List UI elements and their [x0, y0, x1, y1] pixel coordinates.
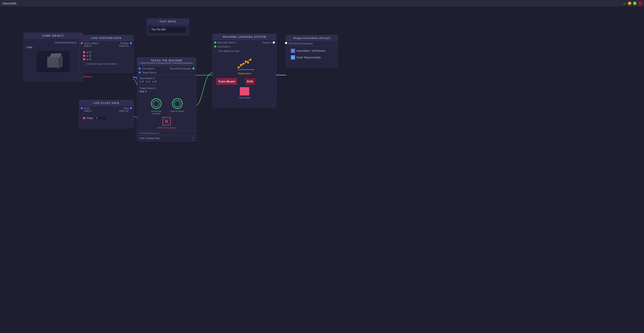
livepos-z-value: z: 0 — [87, 58, 91, 61]
livefloat-in-label: FloatData In — [84, 107, 92, 112]
cube-front-face — [47, 57, 58, 68]
livepos-help[interactable]: ? — [80, 67, 133, 72]
teach-input-xyz: x: 0 y: 0 z: 0 — [140, 80, 194, 83]
teach-z: z: 0 — [152, 80, 156, 83]
livefloat-input[interactable] — [95, 116, 106, 120]
livepos-checkbox-label: Use local space for transform — [86, 62, 117, 65]
livefloat-float-row: Float: — [82, 115, 131, 121]
node-teach: TEACH THE MACHINE Classification & Regre… — [137, 58, 196, 141]
regression-help[interactable]: ? — [286, 62, 338, 67]
ml-livedata-port[interactable] — [214, 45, 216, 48]
livepos-out-labels: PositionData Out — [119, 42, 131, 47]
minimize-icon[interactable] — [623, 4, 626, 4]
cube-side-face — [58, 56, 62, 69]
regression-chart-icon — [235, 56, 254, 72]
start-recording-wrap[interactable]: start recording — [170, 98, 184, 115]
gameobject-body: GameObjectDataOut Cube — [24, 39, 82, 76]
ml-help[interactable]: ? — [213, 102, 276, 107]
livepos-checkbox-row: Use local space for transform — [82, 62, 131, 65]
teach-main-header: TEACH THE MACHINE — [140, 59, 194, 62]
teach-y: y: 0 — [146, 80, 150, 83]
livefloat-header: LIVE FLOAT DATA — [80, 100, 133, 106]
record-one-wrap[interactable]: record one example — [149, 98, 163, 115]
teach-out-port[interactable] — [192, 67, 195, 70]
livepos-out-port[interactable] — [130, 42, 132, 44]
teach-livein-label: Live Data In — [142, 67, 154, 70]
regression-label: Regression — [238, 72, 251, 75]
ml-run-checkbox[interactable] — [215, 50, 218, 52]
livefloat-out-label: FloatData Out — [119, 107, 128, 112]
livefloat-out-port[interactable] — [130, 107, 132, 109]
delete-all-button[interactable] — [162, 117, 171, 126]
ml-chart-area: Regression — [213, 53, 276, 77]
regression-header: ReggressionData (Script) — [286, 35, 338, 41]
node-textnote: TEXT NOTE The Re Min — [146, 18, 189, 36]
ml-in-labels: Recorded Data In Live Data In — [215, 41, 236, 48]
teach-livein-port[interactable] — [138, 67, 141, 70]
fullscreen-icon[interactable] — [633, 2, 636, 5]
run-button[interactable]: RUN — [245, 78, 255, 85]
gameobj-output-label: GameObjectDataOut — [54, 41, 76, 44]
livepos-x-value: x: 0 — [87, 51, 91, 54]
livefloat-body: Float: — [80, 113, 133, 123]
ml-out-port[interactable] — [273, 41, 275, 44]
livepos-out-label: PositionData Out — [119, 42, 128, 47]
regression-gameobject-row: G GameObject : SetTheremin — [288, 48, 335, 54]
view-training-help[interactable]: ? — [192, 137, 194, 140]
titlebar: InteractML — [0, 0, 644, 6]
ml-ports: Recorded Data In Live Data In Output 0 — [213, 40, 276, 49]
record-one-label: record one example — [149, 110, 163, 115]
gameobject-header: GAME OBJECT — [24, 33, 82, 39]
svg-line-8 — [238, 58, 252, 68]
teach-target-section: Target Values 0 float: 0 — [137, 85, 196, 95]
regression-gameobj-label: GameObject : SetTheremin — [296, 50, 325, 52]
textnote-header: TEXT NOTE — [147, 19, 189, 24]
livefloat-in-labels: FloatData In — [82, 107, 92, 112]
livepos-body: x: 0 y: 0 z: 0 Use local space for trans… — [80, 48, 133, 67]
teach-target-float: float: 0 — [140, 90, 194, 93]
teach-subheader: Classification & Regression Training Exa… — [140, 62, 194, 64]
livepos-in-label: Game ObjectData In — [84, 42, 98, 47]
teach-out-label: Recorded Examples — [170, 67, 191, 70]
reset-model-button[interactable] — [240, 87, 249, 96]
regression-script-section: G GameObject : SetTheremin S Script: Reg… — [286, 46, 338, 62]
teach-input-section: Input Values 0 x: 0 y: 0 z: 0 — [137, 75, 196, 85]
ml-recorded-port[interactable] — [214, 41, 216, 44]
textnote-content[interactable]: The Re Min — [149, 26, 186, 34]
teach-target-port[interactable] — [138, 71, 141, 74]
teach-target-label: Target Values 0 — [140, 87, 194, 90]
teach-ports: Live Data In Target Values Recorded Exam… — [137, 66, 196, 75]
livepos-in-port[interactable] — [80, 42, 83, 44]
regression-in-port[interactable] — [285, 42, 287, 44]
ml-out-label: Output 0 — [262, 41, 272, 44]
svg-point-6 — [247, 62, 249, 64]
livefloat-in-port[interactable] — [80, 107, 83, 109]
start-recording-button[interactable] — [172, 98, 182, 109]
regression-script-label: Script: RegressionData — [296, 56, 321, 59]
livefloat-ports: FloatData In FloatData Out — [80, 106, 133, 113]
node-livepos: LIVE POSITION DATA Game ObjectData In Po… — [79, 35, 134, 72]
start-rec-inner-icon — [174, 100, 180, 107]
app-title: InteractML — [2, 2, 17, 5]
livepos-checkbox[interactable] — [83, 63, 85, 65]
cube-3d-icon — [45, 53, 62, 70]
livefloat-help[interactable]: ? — [80, 123, 133, 128]
record-one-inner-icon — [153, 100, 160, 107]
gameobj-help[interactable]: ? — [24, 76, 82, 81]
node-regression: ReggressionData (Script) SetThereminPara… — [286, 35, 338, 67]
livefloat-label: Float: — [87, 117, 93, 120]
reset-model-label: reset model — [239, 96, 250, 99]
train-model-button[interactable]: Train Model — [216, 78, 237, 85]
delete-x-icon — [164, 119, 169, 124]
record-one-button[interactable] — [151, 98, 162, 109]
maximize-icon[interactable] — [628, 2, 631, 5]
close-icon[interactable] — [638, 2, 642, 5]
window-controls[interactable] — [623, 2, 642, 5]
livepos-x-row: x: 0 — [82, 51, 131, 54]
livepos-z-dot — [83, 58, 85, 60]
view-training-row[interactable]: View Training Pairs ? — [137, 135, 196, 141]
teach-out-labels: Recorded Examples — [170, 67, 194, 70]
livepos-y-dot — [83, 54, 85, 57]
livepos-y-value: y: 0 — [87, 54, 91, 57]
textnote-body: The Re Min — [147, 24, 189, 36]
